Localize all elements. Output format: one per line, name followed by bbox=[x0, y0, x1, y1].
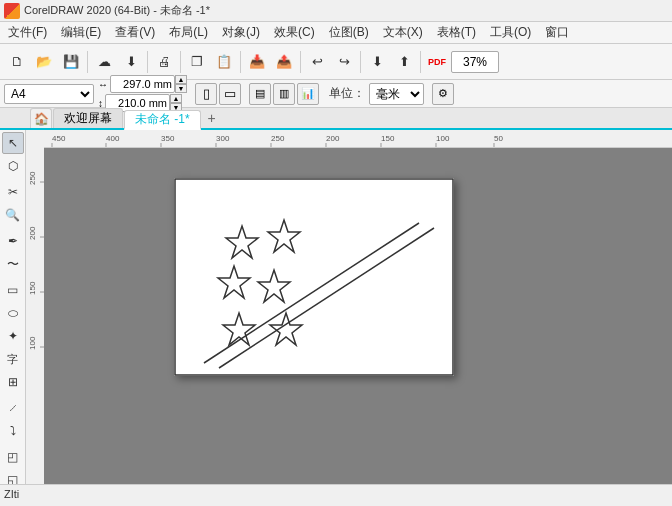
svg-text:150: 150 bbox=[381, 134, 395, 143]
svg-text:300: 300 bbox=[216, 134, 230, 143]
width-down[interactable]: ▼ bbox=[175, 84, 187, 93]
page-size-select[interactable]: A4A3A5Letter bbox=[4, 84, 94, 104]
toolbar-separator bbox=[147, 51, 148, 73]
ruler-left: 250 200 150 100 bbox=[26, 130, 44, 484]
unit-select[interactable]: 毫米厘米像素英寸 bbox=[369, 83, 424, 105]
svg-text:50: 50 bbox=[494, 134, 503, 143]
svg-rect-28 bbox=[175, 179, 453, 375]
transparency-tool[interactable]: ◱ bbox=[2, 469, 24, 484]
menu-item-文本(X)[interactable]: 文本(X) bbox=[377, 22, 429, 43]
page-orientation: ▯ ▭ bbox=[195, 83, 241, 105]
redo-btn[interactable]: ↪ bbox=[331, 49, 357, 75]
home-tab[interactable]: 🏠 bbox=[30, 108, 52, 128]
chart-btn[interactable]: 📊 bbox=[297, 83, 319, 105]
page-setting-btn[interactable]: ⚙ bbox=[432, 83, 454, 105]
svg-text:400: 400 bbox=[106, 134, 120, 143]
new-btn[interactable]: 🗋 bbox=[4, 49, 30, 75]
ruler-top-svg: 450 400 350 300 250 200 150 100 50 bbox=[44, 130, 672, 147]
connector-tool[interactable]: ⤵ bbox=[2, 420, 24, 442]
svg-text:250: 250 bbox=[28, 171, 37, 185]
open-btn[interactable]: 📂 bbox=[31, 49, 57, 75]
toolbar-separator bbox=[180, 51, 181, 73]
height-up[interactable]: ▲ bbox=[170, 94, 182, 103]
width-spin[interactable]: ▲ ▼ bbox=[175, 75, 187, 93]
crop-tool[interactable]: ✂ bbox=[2, 181, 24, 203]
title-bar: CorelDRAW 2020 (64-Bit) - 未命名 -1* bbox=[0, 0, 672, 22]
menu-item-工具(O)[interactable]: 工具(O) bbox=[484, 22, 537, 43]
menu-item-表格(T)[interactable]: 表格(T) bbox=[431, 22, 482, 43]
zoom-input[interactable] bbox=[451, 51, 499, 73]
page-dimensions: ↔ ▲ ▼ ↕ ▲ ▼ bbox=[98, 75, 187, 112]
smart-draw-tool[interactable]: 〜 bbox=[2, 253, 24, 275]
ellipse-tool[interactable]: ⬭ bbox=[2, 302, 24, 324]
page-view-options: ▤ ▥ 📊 bbox=[249, 83, 319, 105]
menu-item-效果(C)[interactable]: 效果(C) bbox=[268, 22, 321, 43]
menu-item-文件(F)[interactable]: 文件(F) bbox=[2, 22, 53, 43]
paste-btn[interactable]: 📋 bbox=[211, 49, 237, 75]
document-page bbox=[174, 178, 454, 376]
main-layout: ↖⬡✂🔍✒〜▭⬭✦字⊞⟋⤵◰◱⊙⬛⊘ 450 400 350 300 250 2… bbox=[0, 130, 672, 484]
width-input[interactable] bbox=[110, 75, 175, 93]
width-up[interactable]: ▲ bbox=[175, 75, 187, 84]
menu-item-查看(V)[interactable]: 查看(V) bbox=[109, 22, 161, 43]
toolbar-separator bbox=[87, 51, 88, 73]
menu-item-布局(L)[interactable]: 布局(L) bbox=[163, 22, 214, 43]
svg-text:200: 200 bbox=[28, 226, 37, 240]
export-btn[interactable]: 📤 bbox=[271, 49, 297, 75]
menu-bar: 文件(F)编辑(E)查看(V)布局(L)对象(J)效果(C)位图(B)文本(X)… bbox=[0, 22, 672, 44]
menu-item-编辑(E)[interactable]: 编辑(E) bbox=[55, 22, 107, 43]
status-bar: ZIti bbox=[0, 484, 672, 502]
text-tool[interactable]: 字 bbox=[2, 348, 24, 370]
add-tab-btn[interactable]: + bbox=[202, 108, 222, 128]
table-tool[interactable]: ⊞ bbox=[2, 371, 24, 393]
portrait-btn[interactable]: ▯ bbox=[195, 83, 217, 105]
svg-text:450: 450 bbox=[52, 134, 66, 143]
undo-btn[interactable]: ↩ bbox=[304, 49, 330, 75]
unit-label: 单位： bbox=[329, 85, 365, 102]
freehand-tool[interactable]: ✒ bbox=[2, 230, 24, 252]
move-down-btn[interactable]: ⬇ bbox=[364, 49, 390, 75]
ruler-left-svg: 250 200 150 100 bbox=[26, 130, 44, 484]
copy-btn[interactable]: ❐ bbox=[184, 49, 210, 75]
welcome-tab[interactable]: 欢迎屏幕 bbox=[53, 108, 123, 128]
landscape-btn[interactable]: ▭ bbox=[219, 83, 241, 105]
property-bar: A4A3A5Letter ↔ ▲ ▼ ↕ ▲ ▼ ▯ ▭ bbox=[0, 80, 672, 108]
document-tab[interactable]: 未命名 -1* bbox=[124, 110, 201, 130]
toolbar-separator bbox=[300, 51, 301, 73]
import-btn[interactable]: 📥 bbox=[244, 49, 270, 75]
tabs-bar: 🏠 欢迎屏幕 未命名 -1* + bbox=[0, 108, 672, 130]
measure-tool[interactable]: ⟋ bbox=[2, 397, 24, 419]
toolbar-separator bbox=[240, 51, 241, 73]
facing-pages-btn[interactable]: ▥ bbox=[273, 83, 295, 105]
svg-text:200: 200 bbox=[326, 134, 340, 143]
toolbar-separator bbox=[420, 51, 421, 73]
svg-text:350: 350 bbox=[161, 134, 175, 143]
node-tool[interactable]: ⬡ bbox=[2, 155, 24, 177]
toolbar-separator bbox=[360, 51, 361, 73]
pdf-btn[interactable]: PDF bbox=[424, 49, 450, 75]
shadow-tool[interactable]: ◰ bbox=[2, 446, 24, 468]
move-up-btn[interactable]: ⬆ bbox=[391, 49, 417, 75]
single-page-btn[interactable]: ▤ bbox=[249, 83, 271, 105]
save-btn[interactable]: 💾 bbox=[58, 49, 84, 75]
menu-item-对象(J)[interactable]: 对象(J) bbox=[216, 22, 266, 43]
svg-text:150: 150 bbox=[28, 281, 37, 295]
svg-text:100: 100 bbox=[436, 134, 450, 143]
polygon-tool[interactable]: ✦ bbox=[2, 325, 24, 347]
title-text: CorelDRAW 2020 (64-Bit) - 未命名 -1* bbox=[24, 3, 210, 18]
print-btn[interactable]: 🖨 bbox=[151, 49, 177, 75]
svg-text:100: 100 bbox=[28, 336, 37, 350]
rect-tool[interactable]: ▭ bbox=[2, 279, 24, 301]
zoom-tool[interactable]: 🔍 bbox=[2, 204, 24, 226]
select-tool[interactable]: ↖ bbox=[2, 132, 24, 154]
app-logo bbox=[4, 3, 20, 19]
cloud-btn[interactable]: ☁ bbox=[91, 49, 117, 75]
menu-item-位图(B)[interactable]: 位图(B) bbox=[323, 22, 375, 43]
ruler-top: 450 400 350 300 250 200 150 100 50 bbox=[44, 130, 672, 148]
menu-item-窗口[interactable]: 窗口 bbox=[539, 22, 575, 43]
canvas-area: 450 400 350 300 250 200 150 100 50 bbox=[26, 130, 672, 484]
flag-drawing bbox=[174, 178, 454, 376]
download-btn[interactable]: ⬇ bbox=[118, 49, 144, 75]
svg-text:250: 250 bbox=[271, 134, 285, 143]
status-text: ZIti bbox=[4, 488, 19, 500]
